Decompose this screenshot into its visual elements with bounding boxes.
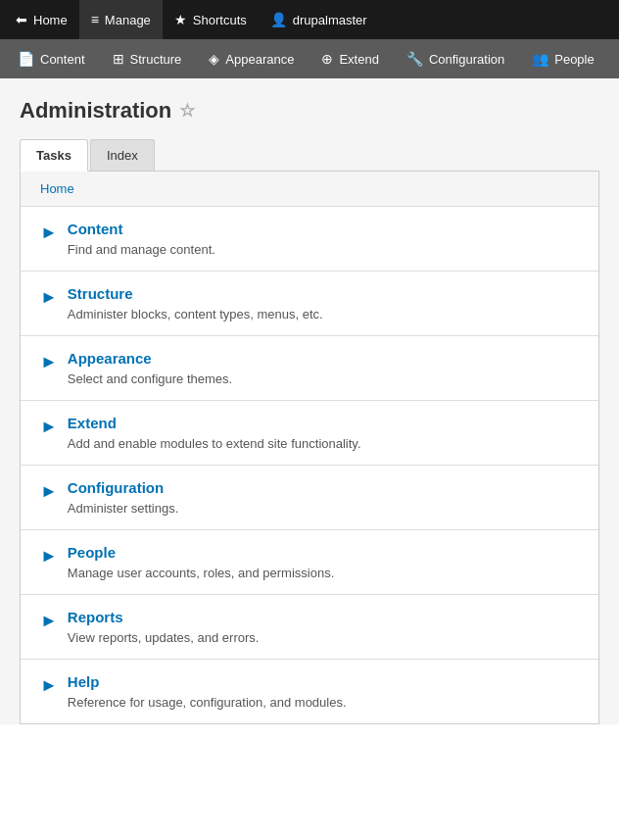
section-arrow-people[interactable]: ► (40, 546, 58, 567)
page-title-area: Administration ☆ (20, 98, 599, 124)
section-item-structure: ►StructureAdminister blocks, content typ… (21, 272, 598, 336)
breadcrumb: Home (21, 172, 598, 207)
sec-nav-people[interactable]: 👥 People (518, 39, 607, 78)
section-arrow-extend[interactable]: ► (40, 417, 58, 437)
sec-nav-appearance[interactable]: ◈ Appearance (195, 39, 308, 78)
section-title-extend[interactable]: Extend (68, 415, 579, 431)
section-item-content: ►ContentFind and manage content. (21, 207, 598, 272)
page-title: Administration (20, 98, 171, 124)
section-item-help: ►HelpReference for usage, configuration,… (21, 660, 598, 723)
tabs-bar: Tasks Index (20, 139, 599, 172)
section-body-help: HelpReference for usage, configuration, … (68, 673, 579, 710)
nav-shortcuts[interactable]: ★ Shortcuts (163, 0, 259, 39)
manage-icon: ≡ (91, 12, 99, 27)
sec-nav: 📄 Content ⊞ Structure ◈ Appearance ⊕ Ext… (0, 39, 619, 78)
breadcrumb-home-link[interactable]: Home (40, 181, 74, 196)
shortcuts-icon: ★ (174, 12, 187, 27)
section-desc-people: Manage user accounts, roles, and permiss… (68, 566, 334, 580)
user-icon: 👤 (270, 12, 287, 27)
section-body-appearance: AppearanceSelect and configure themes. (68, 350, 579, 386)
sec-nav-structure-label: Structure (130, 52, 182, 67)
nav-home[interactable]: ⬅ Home (4, 0, 79, 39)
section-body-content: ContentFind and manage content. (68, 221, 579, 257)
nav-manage-label: Manage (105, 13, 151, 27)
section-title-people[interactable]: People (68, 544, 579, 561)
section-item-extend: ►ExtendAdd and enable modules to extend … (21, 401, 598, 466)
nav-shortcuts-label: Shortcuts (193, 13, 247, 27)
section-desc-configuration: Administer settings. (68, 501, 178, 516)
section-arrow-reports[interactable]: ► (40, 611, 58, 631)
configuration-icon: 🔧 (406, 51, 423, 67)
nav-home-label: Home (33, 13, 68, 27)
section-desc-content: Find and manage content. (68, 242, 215, 257)
section-title-appearance[interactable]: Appearance (68, 350, 579, 367)
structure-icon: ⊞ (113, 51, 124, 67)
sec-nav-extend[interactable]: ⊕ Extend (308, 39, 392, 78)
section-item-appearance: ►AppearanceSelect and configure themes. (21, 336, 598, 401)
nav-user-label: drupalmaster (293, 13, 367, 27)
section-desc-appearance: Select and configure themes. (68, 371, 232, 386)
page-content: Administration ☆ Tasks Index Home ►Conte… (0, 78, 619, 724)
sec-nav-extend-label: Extend (339, 52, 378, 67)
extend-icon: ⊕ (321, 51, 333, 67)
tab-index[interactable]: Index (90, 139, 155, 171)
section-body-people: PeopleManage user accounts, roles, and p… (68, 544, 579, 580)
nav-manage[interactable]: ≡ Manage (79, 0, 163, 39)
section-item-people: ►PeopleManage user accounts, roles, and … (21, 530, 598, 595)
home-icon: ⬅ (16, 12, 27, 27)
section-title-content[interactable]: Content (68, 221, 579, 237)
section-desc-help: Reference for usage, configuration, and … (68, 695, 347, 710)
section-item-configuration: ►ConfigurationAdminister settings. (21, 466, 598, 530)
main-area: Home ►ContentFind and manage content.►St… (20, 172, 599, 724)
appearance-icon: ◈ (209, 51, 219, 67)
section-desc-extend: Add and enable modules to extend site fu… (68, 436, 361, 451)
section-body-reports: ReportsView reports, updates, and errors… (68, 609, 579, 645)
tab-tasks[interactable]: Tasks (20, 139, 88, 172)
sec-nav-appearance-label: Appearance (225, 52, 294, 67)
sections-list: ►ContentFind and manage content.►Structu… (21, 207, 598, 723)
section-body-structure: StructureAdminister blocks, content type… (68, 285, 579, 321)
section-arrow-configuration[interactable]: ► (40, 481, 58, 502)
sec-nav-configuration-label: Configuration (429, 52, 504, 67)
section-arrow-structure[interactable]: ► (40, 287, 58, 308)
sec-nav-configuration[interactable]: 🔧 Configuration (393, 39, 518, 78)
section-title-help[interactable]: Help (68, 673, 579, 690)
sec-nav-structure[interactable]: ⊞ Structure (99, 39, 196, 78)
section-title-reports[interactable]: Reports (68, 609, 579, 625)
nav-user[interactable]: 👤 drupalmaster (259, 0, 379, 39)
favorite-star-icon[interactable]: ☆ (179, 100, 195, 122)
top-nav: ⬅ Home ≡ Manage ★ Shortcuts 👤 drupalmast… (0, 0, 619, 39)
sec-nav-content[interactable]: 📄 Content (4, 39, 99, 78)
sec-nav-content-label: Content (40, 52, 85, 67)
section-title-configuration[interactable]: Configuration (68, 479, 579, 496)
people-icon: 👥 (532, 51, 548, 67)
section-desc-structure: Administer blocks, content types, menus,… (68, 307, 323, 321)
section-desc-reports: View reports, updates, and errors. (68, 630, 260, 645)
section-arrow-help[interactable]: ► (40, 675, 58, 696)
section-arrow-content[interactable]: ► (40, 222, 58, 243)
content-icon: 📄 (18, 51, 34, 67)
sec-nav-people-label: People (554, 52, 594, 67)
section-body-extend: ExtendAdd and enable modules to extend s… (68, 415, 579, 451)
section-title-structure[interactable]: Structure (68, 285, 579, 302)
section-body-configuration: ConfigurationAdminister settings. (68, 479, 579, 516)
section-item-reports: ►ReportsView reports, updates, and error… (21, 595, 598, 660)
section-arrow-appearance[interactable]: ► (40, 352, 58, 372)
